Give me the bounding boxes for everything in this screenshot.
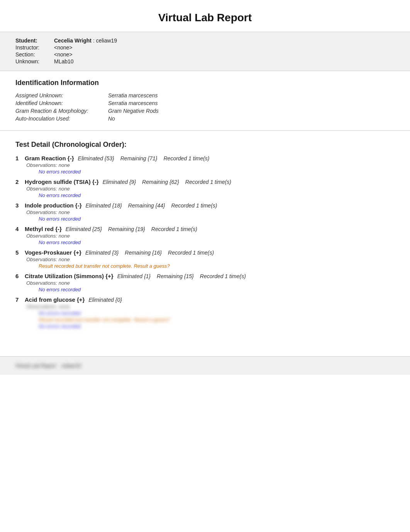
student-name: Cecelia Wright	[54, 37, 91, 44]
test-item: 7Acid from glucose {+}Eliminated {0}Obse…	[15, 296, 395, 329]
test-recorded: Recorded 1 time(s)	[163, 155, 209, 161]
test-recorded: Recorded 1 time(s)	[168, 250, 214, 256]
test-number: 7	[15, 296, 22, 303]
id-row: Identified Unknown:Serratia marcescens	[15, 99, 395, 107]
unknown-row: Unknown: MLab10	[15, 58, 395, 65]
test-recorded: Recorded 1 time(s)	[151, 226, 197, 232]
divider	[0, 130, 410, 131]
test-name: Voges-Proskauer {+}	[25, 249, 81, 256]
test-name: Methyl red {-}	[25, 226, 62, 232]
student-info-section: Student: Cecelia Wright : celiaw19 Instr…	[0, 32, 410, 71]
test-remaining: Remaining {44}	[128, 202, 165, 209]
test-main-line: 7Acid from glucose {+}Eliminated {0}	[15, 296, 395, 303]
id-row-label: Gram Reaction & Morphology:	[15, 107, 108, 115]
test-warning: Result recorded but transfer not complet…	[39, 263, 395, 269]
id-row-label: Identified Unknown:	[15, 99, 108, 107]
test-number: 3	[15, 202, 22, 209]
test-list: 1Gram Reaction {-}Eliminated {53}Remaini…	[15, 155, 395, 329]
test-recorded: Recorded 1 time(s)	[171, 202, 217, 209]
test-main-line: 6Citrate Utilization (Simmons) {+}Elimin…	[15, 273, 395, 279]
test-recorded: Recorded 1 time(s)	[200, 273, 246, 279]
test-blurred-line-3: No errors recorded	[39, 323, 395, 329]
test-no-errors: No errors recorded	[39, 240, 395, 245]
test-blurred-line-2: Result recorded but transfer not complet…	[39, 317, 395, 323]
section-label: Section:	[15, 51, 54, 58]
id-row: Assigned Unknown:Serratia marcescens	[15, 92, 395, 99]
test-item: 5Voges-Proskauer {+}Eliminated {3}Remain…	[15, 249, 395, 269]
student-label: Student:	[15, 37, 54, 44]
test-item: 4Methyl red {-}Eliminated {25}Remaining …	[15, 226, 395, 245]
id-row-label: Auto-Inoculation Used:	[15, 115, 108, 122]
test-item: 1Gram Reaction {-}Eliminated {53}Remaini…	[15, 155, 395, 175]
test-detail-heading: Test Detail (Chronological Order):	[15, 141, 395, 149]
test-eliminated: Eliminated {18}	[86, 202, 122, 209]
test-main-line: 1Gram Reaction {-}Eliminated {53}Remaini…	[15, 155, 395, 161]
unknown-value: MLab10	[54, 58, 74, 65]
identification-table: Assigned Unknown:Serratia marcescensIden…	[15, 92, 395, 122]
student-row: Student: Cecelia Wright : celiaw19	[15, 37, 395, 44]
test-main-line: 5Voges-Proskauer {+}Eliminated {3}Remain…	[15, 249, 395, 256]
test-eliminated: Eliminated {3}	[85, 250, 119, 256]
id-row: Gram Reaction & Morphology:Gram Negative…	[15, 107, 395, 115]
test-blurred-line-1: No errors recorded	[39, 310, 395, 316]
test-main-line: 2Hydrogen sulfide (TSIA) {-}Eliminated {…	[15, 178, 395, 185]
test-remaining: Remaining {19}	[108, 226, 145, 232]
test-main-line: 3Indole production {-}Eliminated {18}Rem…	[15, 202, 395, 209]
test-eliminated: Eliminated {0}	[88, 297, 122, 303]
id-row-value: No	[108, 115, 395, 122]
test-detail-section: Test Detail (Chronological Order): 1Gram…	[0, 134, 410, 341]
id-row-label: Assigned Unknown:	[15, 92, 108, 99]
footer-content: Virtual Lab Report celiaw19	[15, 363, 395, 369]
id-row: Auto-Inoculation Used:No	[15, 115, 395, 122]
id-row-value: Serratia marcescens	[108, 99, 395, 107]
id-row-value: Gram Negative Rods	[108, 107, 395, 115]
test-remaining: Remaining {15}	[157, 273, 194, 279]
test-observations: Observations: none	[26, 257, 395, 262]
id-row-value: Serratia marcescens	[108, 92, 395, 99]
page-title: Virtual Lab Report	[0, 0, 410, 32]
unknown-label: Unknown:	[15, 58, 54, 65]
test-eliminated: Eliminated {1}	[117, 273, 151, 279]
section-value: <none>	[54, 51, 73, 58]
test-number: 1	[15, 155, 22, 161]
test-no-errors: No errors recorded	[39, 216, 395, 222]
test-number: 6	[15, 273, 22, 279]
test-remaining: Remaining {62}	[142, 179, 179, 185]
test-item: 2Hydrogen sulfide (TSIA) {-}Eliminated {…	[15, 178, 395, 198]
test-number: 5	[15, 249, 22, 256]
test-name: Hydrogen sulfide (TSIA) {-}	[25, 178, 99, 185]
test-remaining: Remaining {71}	[120, 155, 158, 161]
test-eliminated: Eliminated {25}	[66, 226, 102, 232]
test-name: Acid from glucose {+}	[25, 296, 85, 303]
test-remaining: Remaining {16}	[125, 250, 162, 256]
instructor-row: Instructor: <none>	[15, 44, 395, 51]
test-name: Indole production {-}	[25, 202, 82, 209]
test-name: Gram Reaction {-}	[25, 155, 74, 161]
test-no-errors: No errors recorded	[39, 169, 395, 175]
test-item: 6Citrate Utilization (Simmons) {+}Elimin…	[15, 273, 395, 292]
test-eliminated: Eliminated {53}	[78, 155, 114, 161]
test-observations: Observations: none	[26, 162, 395, 168]
student-value: Cecelia Wright : celiaw19	[54, 37, 117, 44]
test-item: 3Indole production {-}Eliminated {18}Rem…	[15, 202, 395, 222]
test-name: Citrate Utilization (Simmons) {+}	[25, 273, 114, 279]
test-observations: Observations: none	[26, 304, 395, 309]
instructor-value: <none>	[54, 44, 73, 51]
test-observations: Observations: none	[26, 186, 395, 192]
test-no-errors: No errors recorded	[39, 192, 395, 198]
test-no-errors: No errors recorded	[39, 287, 395, 292]
test-observations: Observations: none	[26, 209, 395, 215]
test-observations: Observations: none	[26, 233, 395, 239]
identification-heading: Identification Information	[15, 79, 395, 87]
footer-bar: Virtual Lab Report celiaw19	[0, 356, 410, 375]
test-main-line: 4Methyl red {-}Eliminated {25}Remaining …	[15, 226, 395, 232]
test-number: 2	[15, 178, 22, 185]
section-row: Section: <none>	[15, 51, 395, 58]
student-id: : celiaw19	[93, 37, 117, 44]
test-eliminated: Eliminated {9}	[103, 179, 136, 185]
identification-section: Identification Information Assigned Unkn…	[0, 71, 410, 126]
test-number: 4	[15, 226, 22, 232]
test-recorded: Recorded 1 time(s)	[185, 179, 231, 185]
instructor-label: Instructor:	[15, 44, 54, 51]
test-observations: Observations: none	[26, 280, 395, 286]
